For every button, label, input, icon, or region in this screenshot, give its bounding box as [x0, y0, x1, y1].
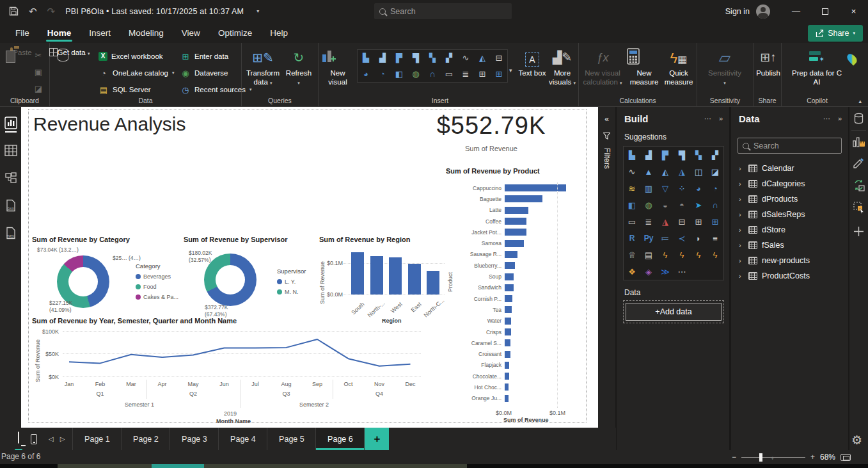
format-rail-button[interactable]	[852, 157, 865, 170]
gallery-expand-icon[interactable]: ▾	[509, 67, 512, 74]
region-bar-northc[interactable]	[427, 271, 439, 295]
undo-icon[interactable]: ↶	[29, 6, 37, 16]
pie-chart-icon[interactable]: ◕	[358, 66, 374, 82]
table-item-dsalesreps[interactable]: ›dSalesReps	[735, 207, 846, 222]
product-bar[interactable]	[505, 284, 514, 291]
page-tab-page-3[interactable]: Page 3	[170, 428, 219, 450]
excel-workbook-button[interactable]: XExcel workbook	[99, 49, 163, 63]
product-row[interactable]: Latte	[455, 205, 589, 216]
product-row[interactable]: Jacket Pot...	[455, 227, 589, 238]
title-dropdown-icon[interactable]: ▾	[256, 8, 259, 14]
table-icon[interactable]: ⊞	[474, 66, 491, 82]
100-stacked-column-icon[interactable]: ▞	[441, 50, 457, 66]
product-bar[interactable]	[505, 251, 517, 258]
data-more-options-icon[interactable]: ⋯	[823, 115, 830, 123]
card-icon[interactable]: ▭	[441, 66, 457, 82]
treemap-icon[interactable]: ◧	[624, 197, 640, 213]
maximize-button[interactable]	[810, 0, 839, 22]
recent-sources-button[interactable]: ◷Recent sources▾	[180, 83, 251, 97]
product-bar[interactable]	[505, 318, 511, 325]
new-visual-button[interactable]: New visual	[321, 48, 354, 87]
line-chart-icon[interactable]: ∿	[457, 50, 474, 66]
paginated-report-icon[interactable]: ▤	[640, 246, 657, 263]
transform-data-button[interactable]: ⊞✎ Transform data ▾	[243, 48, 283, 87]
new-measure-button[interactable]: New measure	[626, 48, 662, 87]
text-box-button[interactable]: A Text box	[518, 48, 546, 77]
product-row[interactable]: Baguette	[455, 193, 589, 204]
product-bar-chart[interactable]: Sum of Revenue by Product Product Cappuc…	[446, 163, 593, 423]
table-item-dproducts[interactable]: ›dProducts	[735, 191, 846, 207]
product-row[interactable]: Caramel S...	[455, 337, 589, 348]
multirow-card-icon[interactable]: ≣	[640, 213, 657, 230]
region-bar-south[interactable]	[351, 252, 364, 295]
get-data-button[interactable]: Get data ▾	[55, 48, 92, 57]
share-button[interactable]: Share ▾	[808, 25, 863, 42]
key-influencers-icon[interactable]: ≔	[657, 230, 674, 246]
funnel-chart-icon[interactable]: ⊟	[491, 50, 507, 66]
product-row[interactable]: Crisps	[455, 327, 589, 337]
product-row[interactable]: Samosa	[455, 238, 589, 248]
legend-item[interactable]: Cakes & Pa...	[136, 294, 178, 300]
cut-button[interactable]: ✂	[33, 48, 43, 62]
product-bar[interactable]	[505, 229, 526, 236]
redo-icon[interactable]: ↷	[47, 6, 56, 16]
expand-table-icon[interactable]: ›	[739, 211, 744, 218]
product-row[interactable]: Cappuccino	[455, 182, 589, 193]
menu-home[interactable]: Home	[38, 22, 81, 43]
table-item-dstore[interactable]: ›dStore	[735, 222, 846, 238]
product-row[interactable]: Sausage R...	[455, 249, 589, 260]
settings-gear-icon[interactable]: ⚙	[851, 433, 862, 448]
stacked-bar-chart-icon[interactable]: ▙	[358, 50, 374, 66]
copilot-button[interactable]	[848, 53, 856, 67]
product-row[interactable]: Tea	[455, 304, 589, 315]
expand-filters-icon[interactable]: «	[598, 115, 615, 124]
new-page-button[interactable]: +	[365, 428, 389, 450]
report-title[interactable]: Revenue Analysis	[33, 113, 185, 135]
product-bar[interactable]	[505, 240, 524, 247]
scatter-chart-icon[interactable]: ⁘	[674, 180, 690, 197]
donut-chart-icon[interactable]: ◔	[707, 180, 723, 197]
legend-item[interactable]: M. N.	[277, 289, 306, 295]
minimize-button[interactable]: —	[782, 0, 810, 22]
product-row[interactable]: Sandwich	[455, 282, 589, 293]
menu-insert[interactable]: Insert	[80, 22, 120, 43]
kpi-icon[interactable]: ◮	[657, 213, 674, 230]
legend-item[interactable]: L. Y.	[277, 278, 306, 285]
bar-chart-icon[interactable]: ▛	[391, 50, 407, 66]
area-chart-icon[interactable]: ◭	[474, 50, 491, 66]
sql-server-button[interactable]: ▤SQL Server	[99, 83, 151, 97]
table-item-dcategories[interactable]: ›dCategories	[735, 176, 846, 191]
page-tab-page-4[interactable]: Page 4	[219, 428, 267, 450]
expand-table-icon[interactable]: ›	[739, 272, 744, 280]
onelake-catalog-button[interactable]: ◔OneLake catalog▾	[99, 66, 174, 80]
metrics-icon[interactable]: ◈	[640, 263, 657, 280]
quick-create-flow-icon[interactable]: ϟ	[707, 246, 723, 263]
more-visuals-icon[interactable]: ⋯	[674, 263, 690, 280]
100-stacked-bar-icon[interactable]: ▚	[424, 50, 441, 66]
column-chart-icon[interactable]: ▜	[674, 147, 690, 163]
mobile-layout-button[interactable]	[31, 434, 37, 444]
filled-area-chart-icon[interactable]: ◮	[674, 163, 690, 180]
region-bar-east[interactable]	[408, 264, 421, 295]
ribbon-chart-icon[interactable]: ≋	[624, 180, 640, 197]
visualizations-rail-button[interactable]	[852, 135, 865, 149]
data-search-input[interactable]: Search	[738, 138, 842, 154]
dataverse-button[interactable]: ◉Dataverse	[180, 66, 228, 80]
desktop-layout-button[interactable]	[18, 432, 19, 446]
add-pane-rail-button[interactable]	[852, 225, 865, 238]
zoom-in-button[interactable]: +	[810, 453, 815, 462]
legend-item[interactable]: Food	[136, 284, 178, 290]
azure-map-icon[interactable]: ➤	[690, 197, 707, 213]
add-data-button[interactable]: +Add data	[623, 300, 724, 323]
table-item-fsales[interactable]: ›fSales	[735, 238, 846, 253]
column-chart-icon[interactable]: ▜	[407, 50, 424, 66]
treemap-icon[interactable]: ◧	[391, 66, 407, 82]
product-bar[interactable]	[505, 362, 509, 369]
region-bar-north[interactable]	[370, 256, 383, 295]
product-row[interactable]: Blueberry...	[455, 260, 589, 271]
product-row[interactable]: Hot Choc...	[455, 382, 589, 392]
global-search-input[interactable]: Search	[374, 3, 512, 19]
expand-table-icon[interactable]: ›	[739, 226, 744, 234]
stacked-area-chart-icon[interactable]: ◭	[657, 163, 674, 180]
product-row[interactable]: Water	[455, 316, 589, 327]
